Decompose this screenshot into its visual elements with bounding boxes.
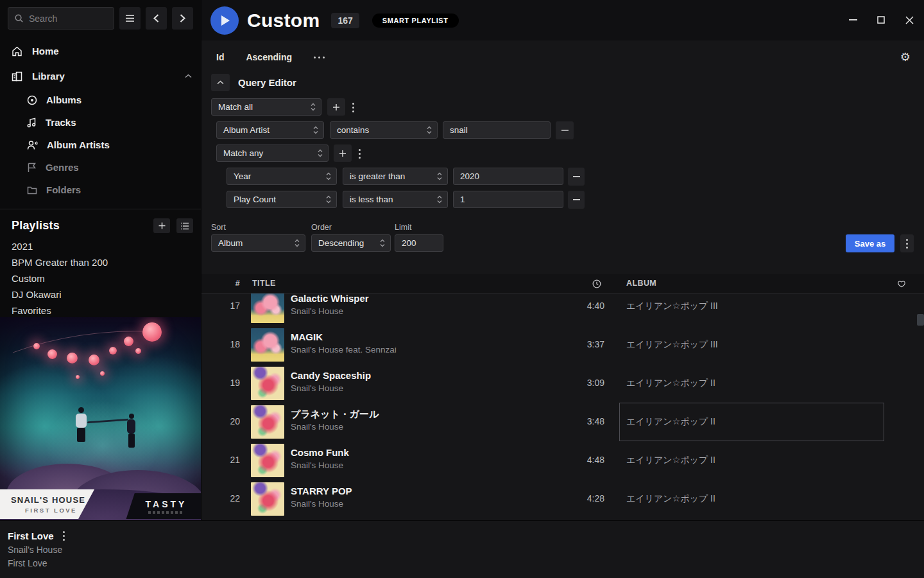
track-title[interactable]: Galactic Whisper — [291, 293, 369, 304]
track-row[interactable]: 18 MAGIK Snail's House feat. Sennzai 3:3… — [201, 326, 924, 364]
track-title[interactable]: MAGIK — [291, 331, 323, 342]
maximize-button[interactable] — [871, 10, 891, 30]
playlist-item[interactable]: Favorites — [0, 302, 201, 319]
select-stepper-icon — [437, 172, 442, 180]
scrollbar-thumb[interactable] — [917, 314, 924, 326]
subgroup-options-icon[interactable] — [359, 149, 361, 159]
rule3-remove-button[interactable] — [568, 191, 585, 209]
menu-button[interactable] — [119, 7, 141, 30]
rule1-operator-select[interactable]: contains — [330, 121, 438, 139]
query-editor-collapse-button[interactable] — [211, 74, 230, 91]
sidebar-item-albums[interactable]: Albums — [27, 89, 201, 111]
track-album[interactable]: エイリアン☆ポップ III — [626, 339, 718, 351]
rule3-value-input[interactable] — [453, 191, 563, 208]
now-playing-artist[interactable]: Snail's House — [8, 545, 65, 555]
settings-gear-icon[interactable]: ⚙ — [900, 51, 911, 63]
sidebar-item-tracks[interactable]: Tracks — [27, 111, 201, 134]
order-select[interactable]: Descending — [311, 234, 391, 252]
rule2-value-input[interactable] — [453, 168, 563, 185]
track-row[interactable]: 22 STARRY POP Snail's House 4:28 エイリアン☆ポ… — [201, 480, 924, 518]
track-album[interactable]: エイリアン☆ポップ II — [626, 455, 715, 466]
favorite-heart-icon[interactable] — [897, 279, 906, 288]
album-art-thumbnail[interactable] — [251, 405, 284, 439]
sidebar-item-folders[interactable]: Folders — [27, 179, 201, 201]
select-stepper-icon — [295, 239, 300, 247]
app-window: Home Library — [0, 0, 924, 578]
lantern — [135, 348, 141, 354]
now-playing-cover-art[interactable]: SNAIL'S HOUSE FIRST LOVE TASTY — [0, 317, 201, 520]
track-row[interactable]: 21 Cosmo Funk Snail's House 4:48 エイリアン☆ポ… — [201, 441, 924, 480]
track-row[interactable]: 19 Candy Spaceship Snail's House 3:09 エイ… — [201, 364, 924, 403]
playlist-item[interactable]: Custom — [0, 270, 201, 286]
collapse-chevron-icon[interactable] — [185, 74, 192, 78]
nav-forward-button[interactable] — [172, 7, 193, 30]
limit-input[interactable] — [395, 234, 443, 252]
add-rule-button[interactable] — [327, 98, 345, 116]
playlist-list-view-button[interactable] — [176, 218, 193, 233]
select-value: Album — [218, 238, 295, 248]
track-title[interactable]: STARRY POP — [291, 486, 352, 496]
track-artist[interactable]: Snail's House — [291, 460, 343, 470]
track-album[interactable]: エイリアン☆ポップ II — [626, 378, 715, 389]
playlist-item[interactable]: 2021 — [0, 238, 201, 254]
save-as-button[interactable]: Save as — [846, 234, 894, 252]
column-title[interactable]: TITLE — [252, 279, 276, 288]
playlist-item[interactable]: DJ Okawari — [0, 286, 201, 302]
match-any-select[interactable]: Match any — [216, 144, 329, 162]
sidebar-item-album-artists[interactable]: Album Artists — [27, 134, 201, 156]
track-artist[interactable]: Snail's House — [291, 306, 343, 316]
select-value: contains — [337, 125, 427, 135]
sidebar-item-genres[interactable]: Genres — [27, 156, 201, 179]
rule2-operator-select[interactable]: is greater than — [343, 168, 448, 185]
track-artist[interactable]: Snail's House — [291, 499, 343, 509]
track-row[interactable]: 20 プラネット・ガール Snail's House 3:48 エイリアン☆ポッ… — [201, 403, 924, 441]
album-art-thumbnail[interactable] — [251, 482, 284, 516]
track-title[interactable]: Cosmo Funk — [291, 447, 349, 458]
column-album[interactable]: ALBUM — [626, 279, 656, 288]
track-album[interactable]: エイリアン☆ポップ II — [626, 493, 715, 505]
track-artist[interactable]: Snail's House — [291, 422, 343, 432]
rule3-operator-select[interactable]: is less than — [343, 191, 448, 208]
rule2-remove-button[interactable] — [568, 168, 585, 186]
track-title[interactable]: プラネット・ガール — [291, 408, 379, 421]
column-number[interactable]: # — [227, 279, 240, 288]
nav-back-button[interactable] — [146, 7, 167, 30]
sort-field-button[interactable]: Id — [216, 52, 224, 62]
sort-select[interactable]: Album — [211, 234, 305, 252]
album-art-thumbnail[interactable] — [251, 444, 284, 477]
group-options-icon[interactable] — [352, 103, 354, 112]
rule2-field-select[interactable]: Year — [227, 168, 337, 185]
album-art-thumbnail[interactable] — [251, 328, 284, 362]
album-art-thumbnail[interactable] — [251, 367, 284, 400]
rule1-remove-button[interactable] — [556, 121, 574, 139]
playlists-heading: Playlists — [12, 219, 147, 232]
search-box[interactable] — [8, 7, 114, 30]
more-options-icon[interactable] — [314, 57, 325, 58]
track-artist[interactable]: Snail's House — [291, 383, 343, 393]
now-playing-title[interactable]: First Love — [8, 530, 54, 541]
subgroup-add-rule-button[interactable] — [334, 144, 352, 162]
track-options-icon[interactable] — [63, 531, 65, 541]
track-duration: 4:40 — [561, 301, 604, 311]
match-all-select[interactable]: Match all — [211, 98, 321, 116]
sidebar-item-library[interactable]: Library — [0, 64, 201, 89]
track-artist[interactable]: Snail's House feat. Sennzai — [291, 345, 397, 355]
sidebar-item-home[interactable]: Home — [0, 39, 201, 64]
rule3-field-select[interactable]: Play Count — [227, 191, 337, 208]
track-title[interactable]: Candy Spaceship — [291, 370, 371, 381]
sort-direction-button[interactable]: Ascending — [246, 52, 292, 62]
duration-clock-icon[interactable] — [592, 279, 601, 288]
track-album[interactable]: エイリアン☆ポップ II — [626, 416, 715, 428]
track-album[interactable]: エイリアン☆ポップ III — [626, 301, 718, 312]
lantern — [47, 349, 57, 359]
add-playlist-button[interactable] — [153, 218, 170, 233]
close-button[interactable] — [900, 10, 919, 30]
album-art-thumbnail[interactable] — [251, 290, 284, 323]
rule1-field-select[interactable]: Album Artist — [216, 121, 324, 139]
save-options-icon[interactable] — [900, 234, 914, 252]
minimize-button[interactable] — [843, 10, 862, 30]
playlist-item[interactable]: BPM Greater than 200 — [0, 254, 201, 270]
play-playlist-button[interactable] — [210, 6, 239, 35]
now-playing-album[interactable]: First Love — [8, 558, 65, 568]
rule1-value-input[interactable] — [443, 121, 551, 139]
